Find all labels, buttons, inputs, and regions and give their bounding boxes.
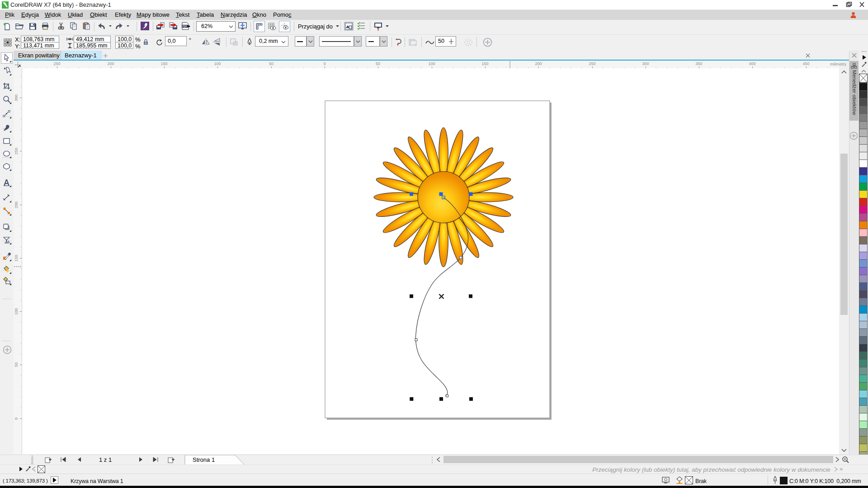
svg-text:PDF: PDF <box>182 25 188 28</box>
svg-text:Strona 1: Strona 1 <box>193 456 215 463</box>
